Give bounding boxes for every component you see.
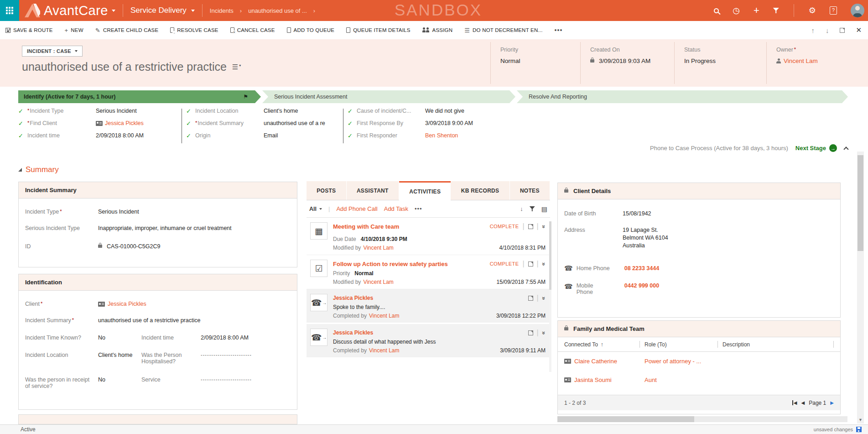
first-page-icon[interactable]: ◀ xyxy=(792,400,797,405)
role-link[interactable]: Aunt xyxy=(645,376,722,383)
next-page-icon[interactable]: ▶ xyxy=(830,400,834,405)
field-mobile-phone[interactable]: ☎ Mobile Phone 0442 999 000 xyxy=(558,282,840,295)
status-value[interactable]: In Progress xyxy=(684,58,769,64)
field-incident-location-value[interactable]: Client's home xyxy=(98,352,141,358)
gear-icon[interactable]: ⚙ xyxy=(809,6,816,15)
search-icon[interactable] xyxy=(714,8,719,13)
process-field-cause[interactable]: ✓ Cause of incident/C... We did not give xyxy=(348,108,516,120)
connected-to-link[interactable]: Jasinta Soumi xyxy=(574,376,612,383)
command-resolve-case[interactable]: RESOLVE CASE xyxy=(170,27,218,33)
module-switcher[interactable]: Service Delivery xyxy=(130,6,195,15)
previous-record-icon[interactable]: ↑ xyxy=(811,26,815,34)
activity-filter-dropdown[interactable]: All xyxy=(309,206,322,212)
next-stage-button[interactable]: Next Stage → xyxy=(795,144,837,152)
open-record-icon[interactable] xyxy=(528,330,533,335)
previous-page-icon[interactable]: ◀ xyxy=(801,400,805,405)
app-launcher-button[interactable] xyxy=(0,0,19,21)
field-id[interactable]: ID CAS-01000-C5G2C9 xyxy=(19,243,297,250)
user-link[interactable]: Vincent Lam xyxy=(369,347,400,354)
field-client[interactable]: Client* Jessica Pickles xyxy=(19,301,297,307)
activity-title[interactable]: Follow up Action to review safety partie… xyxy=(333,261,448,267)
scrollbar-thumb[interactable] xyxy=(557,416,694,422)
process-field-first-response-by[interactable]: ✓ First Response By 3/09/2018 9:00 AM xyxy=(348,120,516,132)
view-selector-icon[interactable]: ▤ xyxy=(541,205,547,213)
activities-scrollbar[interactable] xyxy=(549,221,551,372)
expand-chevrons-icon[interactable]: » xyxy=(541,331,547,334)
tab-posts[interactable]: POSTS xyxy=(307,181,347,200)
add-task-button[interactable]: Add Task xyxy=(384,205,408,212)
brand-home-link[interactable]: AvantCare xyxy=(25,3,115,18)
open-record-icon[interactable] xyxy=(528,261,533,267)
expand-chevrons-icon[interactable]: » xyxy=(541,296,547,299)
form-selector-icon[interactable]: ☰▾ xyxy=(232,63,241,71)
command-save-route[interactable]: SAVE & ROUTE xyxy=(5,27,53,33)
quick-create-icon[interactable]: + xyxy=(754,5,759,16)
expand-chevrons-icon[interactable]: » xyxy=(541,262,547,265)
activity-item-phone-call[interactable]: ☎→ Jessica Pickles | » Spoke to the fami… xyxy=(307,289,550,324)
process-field-origin[interactable]: ✓ Origin Email xyxy=(186,132,339,145)
stage-serious-incident-assessment[interactable]: Serious Incident Assessment xyxy=(262,90,515,103)
field-serious-incident-type[interactable]: Serious Incident Type Inappropriate, imp… xyxy=(19,225,297,231)
home-phone-link[interactable]: 08 2233 3444 xyxy=(624,265,659,272)
activity-title[interactable]: Jessica Pickles xyxy=(333,329,373,336)
process-field-incident-location[interactable]: ✓ Incident Location Client's home xyxy=(186,108,339,120)
activity-item-appointment[interactable]: ▦ Meeting with Care team COMPLETE | | » … xyxy=(307,218,550,255)
command-do-not-decrement[interactable]: ☰DO NOT DECREMENT EN... xyxy=(464,27,542,33)
scroll-down-arrow-icon[interactable]: ▼ xyxy=(857,416,864,424)
breadcrumb-incidents[interactable]: Incidents xyxy=(210,7,234,14)
stage-identify[interactable]: Identify (Active for 7 days, 1 hour) ⚑ xyxy=(18,90,261,103)
connected-to-link[interactable]: Claire Catherine xyxy=(574,358,617,365)
save-icon[interactable] xyxy=(856,427,862,432)
user-link[interactable]: Vincent Lam xyxy=(363,245,394,251)
field-address[interactable]: Address 19 Lapage St. Belmont WA 6104 Au… xyxy=(558,227,840,249)
role-link[interactable]: Power of attorney - ... xyxy=(645,358,722,365)
field-incident-time-known-value[interactable]: No xyxy=(98,335,141,341)
open-record-icon[interactable] xyxy=(528,296,533,301)
help-icon[interactable]: ? xyxy=(830,6,837,14)
command-queue-item-details[interactable]: QUEUE ITEM DETAILS xyxy=(346,27,410,33)
recent-items-icon[interactable]: ◷ xyxy=(733,6,740,15)
expand-chevrons-icon[interactable]: » xyxy=(541,225,547,228)
scrollbar-thumb[interactable] xyxy=(858,155,863,251)
complete-link[interactable]: COMPLETE xyxy=(490,261,519,267)
collapse-process-icon[interactable] xyxy=(843,146,848,152)
process-field-first-responder[interactable]: ✓ First Responder Ben Shenton xyxy=(348,132,516,145)
command-assign[interactable]: ASSIGN xyxy=(422,27,453,33)
tab-activities[interactable]: ACTIVITIES xyxy=(399,181,451,200)
column-role-to[interactable]: Role (To) xyxy=(645,341,713,348)
field-incident-summary[interactable]: Incident Summary* unauthorised use of a … xyxy=(19,317,297,324)
field-receipt-of-service-value[interactable]: No xyxy=(98,376,141,383)
advanced-find-icon[interactable] xyxy=(773,8,779,13)
user-link[interactable]: Vincent Lam xyxy=(363,279,394,285)
sort-icon[interactable]: ↓ xyxy=(520,205,523,212)
tab-kb-records[interactable]: KB RECORDS xyxy=(451,181,509,200)
command-cancel-case[interactable]: CANCEL CASE xyxy=(230,27,275,33)
close-icon[interactable]: ✕ xyxy=(856,26,862,34)
command-add-to-queue[interactable]: ADD TO QUEUE xyxy=(287,27,335,33)
complete-link[interactable]: COMPLETE xyxy=(490,224,519,229)
process-field-incident-time[interactable]: ✓ Incident time 2/09/2018 8:00 AM xyxy=(18,132,178,145)
activity-title[interactable]: Meeting with Care team xyxy=(333,223,399,230)
column-description[interactable]: Description xyxy=(722,341,829,348)
summary-section-toggle[interactable]: Summary xyxy=(18,165,59,174)
field-incident-type[interactable]: Incident Type* Serious Incident xyxy=(19,209,297,215)
entity-selector-button[interactable]: INCIDENT : CASE xyxy=(22,46,83,57)
open-record-icon[interactable] xyxy=(528,224,533,229)
right-column-horizontal-scrollbar[interactable] xyxy=(557,416,847,422)
tab-assistant[interactable]: ASSISTANT xyxy=(347,181,399,200)
process-field-incident-type[interactable]: ✓ *Incident Type Serious Incident xyxy=(18,108,178,120)
stage-resolve-and-reporting[interactable]: Resolve And Reporting xyxy=(517,90,848,103)
field-incident-time-value[interactable]: 2/09/2018 8:00 AM xyxy=(201,335,249,341)
popout-icon[interactable] xyxy=(840,28,845,33)
column-connected-to[interactable]: Connected To ↑ xyxy=(564,341,635,348)
connection-row[interactable]: Jasinta Soumi Aunt xyxy=(558,371,840,389)
activity-item-task[interactable]: ☑ Follow up Action to review safety part… xyxy=(307,255,550,289)
breadcrumb-record[interactable]: unauthorised use of ... xyxy=(248,7,307,14)
toolbar-more-button[interactable]: ••• xyxy=(415,205,422,212)
owner-link[interactable]: Vincent Lam xyxy=(784,58,818,64)
main-vertical-scrollbar[interactable]: ▼ xyxy=(857,152,864,424)
activity-title[interactable]: Jessica Pickles xyxy=(333,295,373,301)
user-link[interactable]: Vincent Lam xyxy=(369,313,400,319)
user-avatar[interactable] xyxy=(851,4,864,17)
process-field-find-client[interactable]: ✓ *Find Client Jessica Pickles xyxy=(18,120,178,132)
